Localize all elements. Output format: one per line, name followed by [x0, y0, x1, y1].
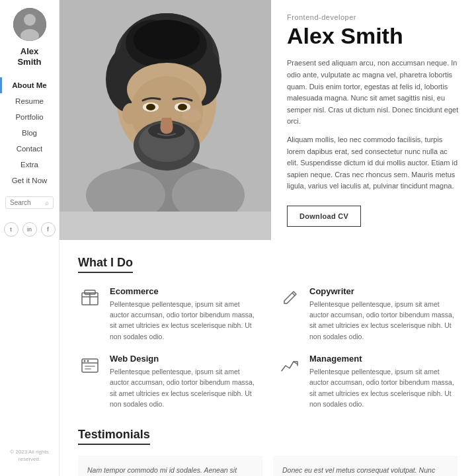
linkedin-link[interactable]: in [22, 222, 37, 237]
search-icon: ⌕ [45, 199, 49, 206]
svg-point-37 [87, 360, 89, 362]
testimonial-0: Nam tempor commodo mi id sodales. Aenean… [78, 456, 262, 476]
service-management-title: Management [309, 354, 457, 364]
hero-role: Frontend-developer [287, 13, 460, 21]
search-input[interactable] [10, 199, 45, 206]
webdesign-icon [78, 354, 102, 377]
service-management-desc: Pellentesque pellentesque, ipsum sit ame… [309, 366, 457, 409]
svg-text:≡≡≡: ≡≡≡ [85, 293, 91, 296]
sidebar: Alex Smith About Me Resume Portfolio Blo… [0, 0, 60, 476]
hero-section: Frontend-developer Alex Smith Praesent s… [60, 0, 476, 240]
testimonial-0-text: Nam tempor commodo mi id sodales. Aenean… [87, 465, 253, 476]
sidebar-item-get-it-now[interactable]: Get it Now [0, 173, 59, 188]
hero-name: Alex Smith [287, 24, 460, 48]
testimonial-1-text: Donec eu est vel metus consequat volutpa… [282, 465, 448, 476]
sidebar-item-about[interactable]: About Me [0, 77, 59, 93]
sidebar-item-extra[interactable]: Extra [0, 157, 59, 173]
what-i-do-section: What I Do ≡≡≡ Ecommerce Pellentesque pel… [60, 240, 476, 425]
sidebar-nav: About Me Resume Portfolio Blog Contact E… [0, 77, 59, 188]
service-copywriter-title: Copywriter [309, 286, 457, 296]
service-management: Management Pellentesque pellentesque, ip… [278, 354, 457, 409]
svg-rect-38 [85, 366, 95, 367]
testimonials-grid: Nam tempor commodo mi id sodales. Aenean… [78, 456, 457, 476]
main-content: Frontend-developer Alex Smith Praesent s… [60, 0, 476, 476]
svg-point-1 [24, 14, 36, 26]
service-webdesign-title: Web Design [110, 354, 258, 364]
service-copywriter: Copywriter Pellentesque pellentesque, ip… [278, 286, 457, 342]
service-webdesign-desc: Pellentesque pellentesque, ipsum sit ame… [110, 366, 258, 409]
sidebar-footer: © 2023 All rights reserved. [7, 443, 51, 468]
svg-rect-39 [85, 368, 91, 370]
testimonials-title: Testimonials [78, 428, 150, 445]
management-icon [278, 354, 301, 377]
hero-bio-2: Aliquam mollis, leo nec commodo facilisi… [287, 134, 460, 192]
copywriter-icon [278, 286, 301, 310]
testimonials-section: Testimonials Nam tempor commodo mi id so… [60, 425, 476, 476]
ecommerce-icon: ≡≡≡ [78, 286, 102, 310]
svg-line-33 [292, 293, 295, 296]
testimonial-1: Donec eu est vel metus consequat volutpa… [273, 456, 457, 476]
service-ecommerce-body: Ecommerce Pellentesque pellentesque, ips… [110, 286, 258, 342]
service-management-body: Management Pellentesque pellentesque, ip… [309, 354, 457, 409]
social-links: t in f [4, 222, 56, 237]
hero-bio-1: Praesent sed aliquam arcu, non accumsan … [287, 58, 460, 128]
facebook-link[interactable]: f [41, 222, 56, 237]
sidebar-item-portfolio[interactable]: Portfolio [0, 109, 59, 125]
svg-point-25 [182, 109, 202, 122]
svg-point-36 [84, 360, 86, 362]
service-webdesign-body: Web Design Pellentesque pellentesque, ip… [110, 354, 258, 409]
sidebar-item-blog[interactable]: Blog [0, 125, 59, 141]
hero-image [60, 0, 271, 240]
avatar [13, 8, 46, 41]
download-cv-button[interactable]: Download CV [287, 206, 361, 227]
services-grid: ≡≡≡ Ecommerce Pellentesque pellentesque,… [78, 286, 457, 409]
sidebar-user-name: Alex Smith [17, 46, 41, 67]
service-copywriter-body: Copywriter Pellentesque pellentesque, ip… [309, 286, 457, 342]
svg-point-21 [146, 104, 155, 110]
twitter-link[interactable]: t [4, 222, 19, 237]
service-ecommerce-desc: Pellentesque pellentesque, ipsum sit ame… [110, 299, 258, 342]
svg-point-23 [178, 104, 187, 110]
search-bar[interactable]: ⌕ [5, 196, 54, 209]
service-webdesign: Web Design Pellentesque pellentesque, ip… [78, 354, 258, 409]
service-copywriter-desc: Pellentesque pellentesque, ipsum sit ame… [309, 299, 457, 342]
sidebar-item-contact[interactable]: Contact [0, 141, 59, 157]
what-i-do-title: What I Do [78, 256, 133, 273]
service-ecommerce-title: Ecommerce [110, 286, 258, 296]
svg-point-14 [134, 20, 200, 60]
sidebar-item-resume[interactable]: Resume [0, 93, 59, 109]
service-ecommerce: ≡≡≡ Ecommerce Pellentesque pellentesque,… [78, 286, 258, 342]
hero-content: Frontend-developer Alex Smith Praesent s… [271, 0, 476, 240]
svg-point-24 [122, 103, 138, 124]
